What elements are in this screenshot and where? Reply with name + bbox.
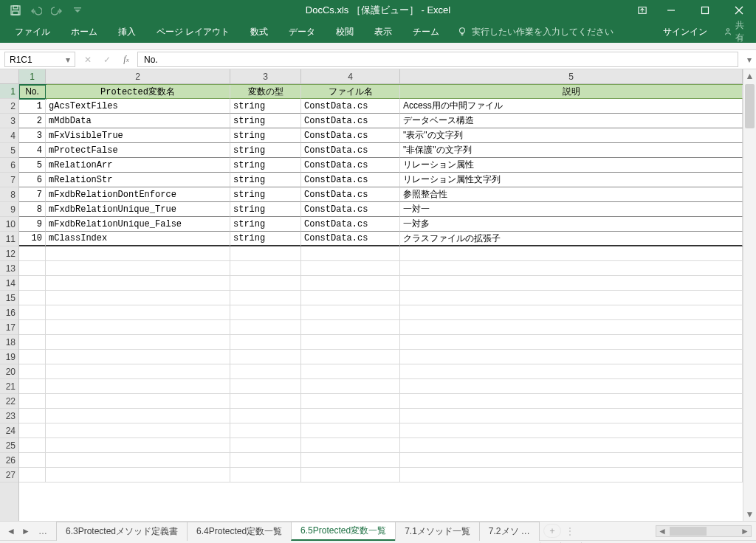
cell[interactable] [19, 423, 46, 438]
cell[interactable] [301, 246, 400, 261]
cell[interactable] [46, 394, 230, 409]
cell[interactable]: string [230, 202, 301, 217]
cell[interactable] [230, 409, 301, 423]
cell[interactable]: ConstData.cs [301, 217, 400, 232]
cell[interactable] [301, 364, 400, 379]
col-header-2[interactable]: 2 [46, 69, 230, 83]
row-header[interactable]: 10 [0, 217, 18, 232]
undo-icon[interactable] [27, 1, 46, 20]
cell[interactable]: mMdbData [46, 114, 230, 128]
cell[interactable] [230, 246, 301, 261]
row-header[interactable]: 17 [0, 320, 18, 335]
cell[interactable] [46, 261, 230, 276]
cell[interactable] [301, 305, 400, 320]
row-header[interactable]: 20 [0, 364, 18, 379]
minimize-icon[interactable] [654, 0, 688, 21]
row-header[interactable]: 6 [0, 158, 18, 173]
cell[interactable] [230, 350, 301, 364]
col-header-4[interactable]: 4 [301, 69, 400, 83]
cell[interactable] [301, 468, 400, 483]
cell[interactable]: 変数の型 [230, 85, 301, 99]
sheet-tab[interactable]: 6.3Protectedメソッド定義書 [56, 522, 188, 541]
ribbon-display-options-icon[interactable] [630, 0, 654, 21]
cell[interactable]: gAcsTextFiles [46, 99, 230, 114]
cell[interactable]: mFxdbRelationDontEnforce [46, 187, 230, 202]
cell[interactable]: 7 [19, 187, 46, 202]
row-header[interactable]: 12 [0, 246, 18, 261]
cell[interactable]: ConstData.cs [301, 187, 400, 202]
cell[interactable] [301, 291, 400, 305]
sheet-tab[interactable]: 7.1メソッド一覧 [395, 522, 480, 541]
cell[interactable] [46, 246, 230, 261]
cell[interactable]: mFxVisibleTrue [46, 128, 230, 143]
chevron-down-icon[interactable]: ▾ [66, 55, 70, 65]
cell[interactable] [400, 364, 743, 379]
cell[interactable]: クラスファイルの拡張子 [400, 232, 743, 246]
cell[interactable] [301, 276, 400, 291]
cell[interactable]: string [230, 173, 301, 187]
sheet-nav-ellipsis[interactable]: … [34, 526, 52, 536]
row-header[interactable]: 23 [0, 409, 18, 423]
row-header[interactable]: 14 [0, 276, 18, 291]
sheet-tab[interactable]: 7.2メソ … [479, 522, 540, 541]
tab-review[interactable]: 校閲 [326, 21, 364, 43]
cell[interactable] [230, 305, 301, 320]
col-header-5[interactable]: 5 [400, 69, 743, 83]
row-header[interactable]: 18 [0, 335, 18, 350]
cell[interactable]: mFxdbRelationUnique_False [46, 217, 230, 232]
scroll-right-icon[interactable]: ► [739, 526, 751, 536]
redo-icon[interactable] [47, 1, 66, 20]
cell[interactable]: 2 [19, 114, 46, 128]
row-header[interactable]: 24 [0, 423, 18, 438]
row-header[interactable]: 3 [0, 114, 18, 128]
cell[interactable]: No. [19, 85, 46, 99]
cell[interactable] [230, 394, 301, 409]
cell[interactable] [400, 291, 743, 305]
cell[interactable]: string [230, 128, 301, 143]
cell[interactable] [19, 453, 46, 468]
cell[interactable] [19, 394, 46, 409]
cell[interactable]: ConstData.cs [301, 114, 400, 128]
scroll-thumb[interactable] [745, 84, 755, 128]
cell[interactable] [400, 261, 743, 276]
row-header[interactable]: 15 [0, 291, 18, 305]
row-header[interactable]: 9 [0, 202, 18, 217]
cell[interactable] [19, 320, 46, 335]
cell[interactable] [301, 394, 400, 409]
cell[interactable] [46, 438, 230, 453]
cell[interactable] [46, 453, 230, 468]
tell-me-box[interactable]: 実行したい作業を入力してください [450, 26, 621, 38]
formula-bar-expand-icon[interactable]: ▾ [743, 50, 756, 69]
cell[interactable] [19, 379, 46, 394]
cell[interactable] [230, 453, 301, 468]
enter-icon[interactable]: ✓ [97, 50, 117, 69]
cell[interactable] [46, 305, 230, 320]
cell[interactable]: string [230, 217, 301, 232]
cell[interactable] [19, 305, 46, 320]
cell[interactable]: mRelationArr [46, 158, 230, 173]
cell[interactable] [400, 335, 743, 350]
cell[interactable]: string [230, 187, 301, 202]
maximize-icon[interactable] [688, 0, 722, 21]
cell[interactable] [400, 379, 743, 394]
cell[interactable]: ConstData.cs [301, 202, 400, 217]
share-button[interactable]: 共有 [716, 19, 752, 44]
cell[interactable]: ファイル名 [301, 85, 400, 99]
row-header[interactable]: 5 [0, 143, 18, 158]
cell[interactable] [19, 350, 46, 364]
cell[interactable] [230, 291, 301, 305]
qat-customize-icon[interactable] [68, 1, 87, 20]
cell[interactable]: 1 [19, 99, 46, 114]
tab-file[interactable]: ファイル [4, 21, 61, 43]
name-box[interactable]: R1C1 ▾ [4, 52, 75, 67]
cell[interactable] [19, 468, 46, 483]
horizontal-scrollbar[interactable]: ◄ ► [656, 525, 752, 537]
cell[interactable]: string [230, 143, 301, 158]
formula-input[interactable]: No. [137, 52, 738, 67]
cell[interactable]: Protected変数名 [46, 85, 230, 99]
cell[interactable] [400, 320, 743, 335]
cell[interactable]: 4 [19, 143, 46, 158]
cell[interactable]: 9 [19, 217, 46, 232]
cells-area[interactable]: No.Protected変数名変数の型ファイル名説明1gAcsTextFiles… [19, 84, 743, 521]
fx-icon[interactable]: fx [117, 50, 136, 69]
